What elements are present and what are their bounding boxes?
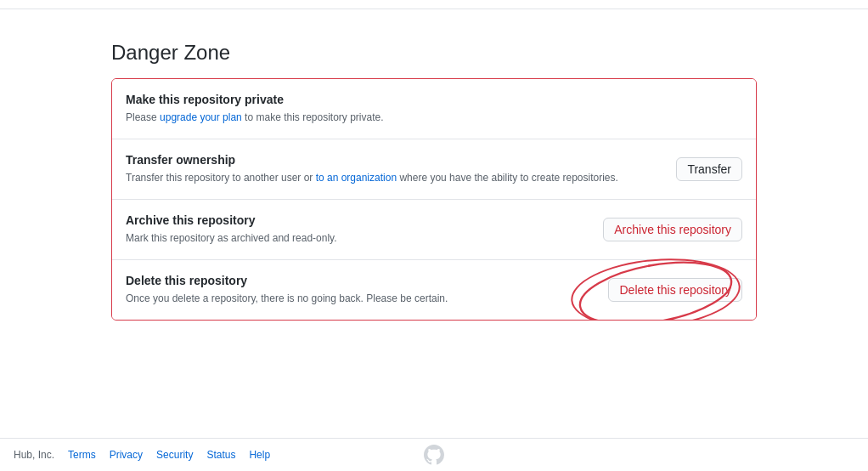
transfer-ownership-title: Transfer ownership [126, 153, 662, 167]
delete-button-wrapper: Delete this repository [595, 278, 742, 302]
to-organization-link[interactable]: to an organization [316, 172, 397, 184]
github-logo-icon [424, 445, 444, 465]
make-private-desc: Please upgrade your plan to make this re… [126, 110, 742, 125]
transfer-ownership-info: Transfer ownership Transfer this reposit… [126, 153, 662, 185]
footer: Hub, Inc. Terms Privacy Security Status … [0, 438, 868, 471]
make-private-row: Make this repository private Please upgr… [112, 79, 756, 139]
delete-title: Delete this repository [126, 274, 581, 287]
delete-button[interactable]: Delete this repository [608, 278, 742, 302]
archive-button[interactable]: Archive this repository [603, 218, 742, 241]
page-wrapper: Danger Zone Make this repository private… [0, 0, 868, 372]
make-private-info: Make this repository private Please upgr… [126, 93, 742, 125]
transfer-ownership-desc: Transfer this repository to another user… [126, 170, 662, 185]
footer-status-link[interactable]: Status [206, 449, 235, 461]
transfer-ownership-row: Transfer ownership Transfer this reposit… [112, 139, 756, 200]
footer-company: Hub, Inc. [14, 449, 54, 461]
footer-terms-link[interactable]: Terms [68, 449, 96, 461]
danger-zone-title: Danger Zone [111, 41, 757, 65]
delete-desc: Once you delete a repository, there is n… [126, 291, 581, 306]
footer-logo [424, 445, 444, 465]
archive-title: Archive this repository [126, 213, 589, 227]
main-content: Danger Zone Make this repository private… [111, 15, 757, 372]
archive-row: Archive this repository Mark this reposi… [112, 200, 756, 260]
delete-row: Delete this repository Once you delete a… [112, 260, 756, 320]
footer-privacy-link[interactable]: Privacy [110, 449, 143, 461]
top-divider [0, 9, 868, 15]
upgrade-plan-link[interactable]: upgrade your plan [160, 111, 242, 123]
make-private-title: Make this repository private [126, 93, 742, 106]
archive-info: Archive this repository Mark this reposi… [126, 213, 589, 246]
archive-desc: Mark this repository as archived and rea… [126, 230, 589, 246]
footer-security-link[interactable]: Security [156, 449, 193, 461]
footer-links: Hub, Inc. Terms Privacy Security Status … [14, 449, 270, 461]
danger-zone-box: Make this repository private Please upgr… [111, 78, 757, 321]
delete-info: Delete this repository Once you delete a… [126, 274, 581, 306]
footer-help-link[interactable]: Help [249, 449, 270, 461]
transfer-button[interactable]: Transfer [676, 157, 742, 181]
